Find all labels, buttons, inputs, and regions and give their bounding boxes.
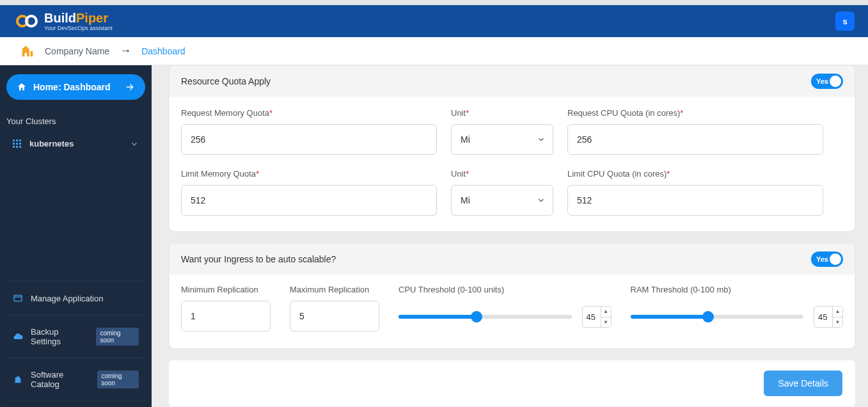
home-icon (17, 82, 27, 92)
sidebar-item-manage-application[interactable]: Manage Application (6, 281, 145, 315)
breadcrumb-arrow-icon: → (120, 44, 131, 58)
backup-cloud-icon (13, 331, 23, 342)
cluster-name: kubernetes (29, 139, 74, 148)
coming-soon-badge: coming soon (97, 371, 139, 388)
brand-name-a: Build (44, 11, 76, 25)
request-cpu-label: Request CPU Quota (in cores)* (567, 108, 823, 118)
cpu-threshold-label: CPU Threshold (0-100 units) (398, 285, 612, 294)
request-cpu-input[interactable] (567, 124, 823, 155)
home-dashboard-button[interactable]: Home: Dashboard (6, 74, 145, 100)
card-title: Resource Quota Apply (181, 76, 271, 86)
sidebar-item-label: Manage Application (31, 294, 103, 303)
svg-rect-4 (19, 140, 21, 141)
sidebar: Home: Dashboard Your Clusters kubernetes… (0, 65, 152, 407)
toggle-knob-icon (830, 76, 841, 87)
spinner-down-button[interactable]: ▼ (601, 317, 611, 328)
limit-memory-input[interactable] (181, 185, 437, 216)
coming-soon-badge: coming soon (96, 328, 139, 346)
brand-logo[interactable]: BuildPiper Your DevSecOps assistant (15, 12, 113, 31)
breadcrumb-page-link[interactable]: Dashboard (141, 46, 185, 56)
user-avatar-button[interactable]: s (835, 12, 855, 31)
top-bar: BuildPiper Your DevSecOps assistant s (0, 5, 868, 37)
svg-rect-2 (13, 140, 15, 141)
svg-rect-7 (19, 143, 21, 145)
catalog-bag-icon (13, 374, 23, 385)
sidebar-item-backup-settings[interactable]: Backup Settings coming soon (6, 315, 145, 358)
request-memory-label: Request Memory Quota* (181, 108, 437, 118)
spinner-up-button[interactable]: ▲ (601, 307, 611, 317)
limit-memory-unit-label: Unit* (451, 169, 553, 179)
sidebar-cluster-item[interactable]: kubernetes (6, 135, 145, 152)
svg-rect-6 (16, 143, 18, 145)
sidebar-item-label: Backup Settings (31, 327, 88, 346)
application-icon (13, 293, 23, 303)
request-memory-unit-select[interactable]: Mi (451, 124, 553, 155)
ram-threshold-label: RAM Threshold (0-100 mb) (631, 285, 844, 294)
limit-memory-label: Limit Memory Quota* (181, 169, 437, 179)
logo-rings-icon (15, 13, 40, 29)
sidebar-item-truncated[interactable] (6, 401, 145, 407)
spinner-up-button[interactable]: ▲ (832, 307, 842, 317)
svg-rect-10 (19, 146, 21, 148)
min-replication-label: Minimum Replication (181, 285, 271, 294)
apps-grid-icon (13, 140, 22, 148)
toggle-label: Yes (816, 255, 828, 263)
svg-rect-3 (16, 140, 18, 141)
brand-name-b: Piper (76, 11, 108, 25)
brand-tagline: Your DevSecOps assistant (44, 26, 113, 31)
resource-quota-toggle[interactable]: Yes (811, 74, 843, 89)
arrow-right-icon (125, 82, 135, 92)
limit-cpu-label: Limit CPU Quota (in cores)* (567, 169, 823, 179)
auto-scalable-header: Want your Ingress to be auto scalable? Y… (170, 244, 855, 275)
max-replication-label: Maximum Replication (290, 285, 379, 294)
cpu-threshold-slider[interactable] (398, 315, 572, 319)
min-replication-input[interactable] (181, 301, 271, 331)
slider-thumb-icon (702, 311, 714, 323)
limit-memory-unit-select[interactable]: Mi (451, 185, 553, 216)
card-title: Want your Ingress to be auto scalable? (181, 254, 336, 264)
request-memory-unit-label: Unit* (451, 108, 553, 118)
sidebar-item-label: Software Catalog (31, 370, 90, 389)
auto-scalable-card: Want your Ingress to be auto scalable? Y… (169, 243, 855, 349)
save-details-button[interactable]: Save Details (764, 371, 842, 396)
svg-rect-9 (16, 146, 18, 148)
sidebar-item-software-catalog[interactable]: Software Catalog coming soon (6, 358, 145, 401)
toggle-knob-icon (830, 253, 841, 265)
svg-rect-5 (13, 143, 15, 145)
breadcrumb-bar: Company Name → Dashboard (0, 37, 868, 65)
spinner-down-button[interactable]: ▼ (832, 317, 842, 328)
main-content: Resource Quota Apply Yes Request Memory … (152, 65, 868, 407)
resource-quota-header: Resource Quota Apply Yes (170, 66, 855, 97)
svg-rect-11 (14, 295, 22, 301)
breadcrumb-company: Company Name (45, 46, 109, 56)
slider-thumb-icon (471, 311, 482, 323)
form-footer: Save Details (169, 360, 855, 406)
home-label: Home: Dashboard (33, 82, 111, 92)
resource-quota-card: Resource Quota Apply Yes Request Memory … (169, 65, 855, 232)
company-building-icon (20, 44, 35, 58)
chevron-down-icon (130, 140, 139, 148)
request-memory-input[interactable] (181, 124, 437, 155)
max-replication-input[interactable] (290, 301, 379, 331)
toggle-label: Yes (816, 77, 828, 85)
auto-scalable-toggle[interactable]: Yes (811, 251, 843, 267)
sidebar-section-label: Your Clusters (6, 116, 145, 126)
ram-threshold-slider[interactable] (631, 315, 804, 319)
limit-cpu-input[interactable] (567, 185, 823, 216)
svg-rect-8 (13, 146, 15, 148)
